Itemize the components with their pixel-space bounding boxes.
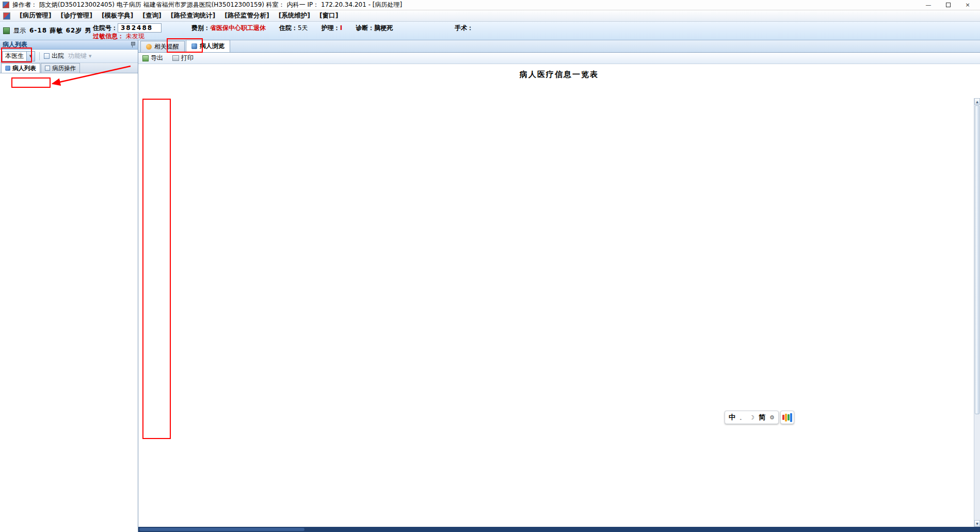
scroll-down-icon[interactable]: ▼ [974,520,980,527]
print-label: 打印 [181,54,194,62]
horizontal-scrollbar[interactable] [138,527,980,532]
sidebar-toolbar: 本医生 ▼ 出院 功能键 ▼ [0,50,138,63]
nursing-label: 护理： [322,24,340,33]
window-title: 操作者： 陈文炳(D350123002405) 电子病历 福建省福州市罗源县医院… [12,1,402,9]
discharge-label: 出院 [52,52,64,60]
reminder-icon [146,44,152,50]
browse-icon [191,43,197,49]
maximize-button[interactable] [938,0,958,10]
menu-app-icon [3,12,10,20]
ime-simplified-icon[interactable]: 简 [759,413,765,422]
print-button[interactable]: 打印 [172,54,194,62]
people-icon [5,66,10,71]
allergy-row: 过敏信息： 未发现 [93,32,144,41]
fee-type-value: 省医保中心职工退休 [210,24,266,33]
vertical-scrollbar[interactable]: ▲ ▼ [974,98,980,527]
main-area: 相关提醒 病人浏览 导出 打印 病人医疗信息一览表 ▲ [138,40,980,532]
stay-label: 住院： [279,24,298,33]
menu-item[interactable]: [系统维护] [279,11,310,20]
current-patient-summary: 6-18 薛敏 62岁 男 [29,26,91,35]
tab-patient-browse[interactable]: 病人浏览 [186,40,230,52]
menu-item[interactable]: [路径监管分析] [224,11,269,20]
patient-infobar: 显示 6-18 薛敏 62岁 男 住院号： 382488 费别： 省医保中心职工… [0,22,980,40]
display-label: 显示 [13,26,26,35]
tab-label: 病历操作 [52,65,76,72]
menu-item[interactable]: [查询] [142,11,161,20]
pin-icon[interactable] [130,42,135,48]
doctor-filter-combobox[interactable]: 本医生 ▼ [2,51,35,61]
main-tabstrip: 相关提醒 病人浏览 [138,40,980,53]
admission-no-label: 住院号： [93,24,118,33]
display-icon [3,27,10,34]
discharge-button[interactable]: 出院 [44,52,64,60]
export-label: 导出 [151,54,163,62]
main-toolbar: 导出 打印 [138,53,980,64]
menu-items: [病历管理][诊疗管理][模板字典][查询][路径查询统计][路径监管分析][系… [20,11,339,20]
menu-item[interactable]: [模板字典] [102,11,133,20]
menu-item[interactable]: [病历管理] [20,11,51,20]
menu-item[interactable]: [诊疗管理] [60,11,92,20]
document-icon [45,66,50,71]
scroll-up-icon[interactable]: ▲ [974,98,980,105]
ime-language-icon[interactable]: 中 [729,413,735,422]
doctor-filter-value: 本医生 [3,52,26,60]
tab-patient-list[interactable]: 病人列表 [1,63,40,73]
color-palette-icon[interactable] [780,411,794,424]
panel-title: 病人列表 [3,40,27,49]
menu-item[interactable]: [窗口] [319,11,338,20]
allergy-label: 过敏信息： [93,33,124,40]
sidebar-tabstrip: 病人列表 病历操作 [0,63,138,73]
menu-item[interactable]: [路径查询统计] [171,11,215,20]
close-button[interactable]: × [958,0,977,10]
export-button[interactable]: 导出 [142,54,163,62]
fee-type-label: 费别： [191,24,210,33]
patient-fields-row: 住院号： 382488 费别： 省医保中心职工退休 住院： 5天 护理： I 诊… [93,23,473,33]
ime-toolbar: 中 。 ☽ 简 ⚙ [725,411,794,424]
patient-list-panel: 病人列表 本医生 ▼ 出院 功能键 ▼ 病人列表 [0,40,138,532]
diagnosis-value: 脑梗死 [374,24,393,33]
ime-punctuation-icon[interactable]: 。 [740,414,745,421]
menubar: [病历管理][诊疗管理][模板字典][查询][路径查询统计][路径监管分析][系… [0,10,980,22]
stay-value: 5天 [298,24,308,33]
maximize-icon [946,3,951,7]
function-keys-label: 功能键 [68,52,87,60]
nursing-value: I [340,24,342,32]
minimize-button[interactable]: — [919,0,938,10]
function-keys-button[interactable]: 功能键 ▼ [68,52,91,60]
app-window: 操作者： 陈文炳(D350123002405) 电子病历 福建省福州市罗源县医院… [0,0,980,532]
scrollbar-thumb[interactable] [975,105,979,414]
discharge-icon [44,53,50,59]
scrollbar-thumb[interactable] [139,528,304,531]
chevron-down-icon: ▼ [89,54,91,58]
report-title: 病人医疗信息一览表 [138,70,980,80]
tab-label: 病人浏览 [200,42,224,51]
report-content: 病人医疗信息一览表 ▲ ▼ [138,64,980,532]
tab-label: 病人列表 [12,65,36,72]
diagnosis-label: 诊断： [356,24,374,33]
patient-tree [0,73,138,532]
tab-related-reminders[interactable]: 相关提醒 [140,41,185,52]
export-icon [142,55,149,61]
patient-list-header: 病人列表 [0,40,138,50]
grid-wrap [142,98,974,527]
admission-no-value: 382488 [118,23,162,33]
moon-icon[interactable]: ☽ [749,414,754,421]
app-icon [3,2,9,8]
chevron-down-icon[interactable]: ▼ [26,52,35,61]
titlebar: 操作者： 陈文炳(D350123002405) 电子病历 福建省福州市罗源县医院… [0,0,980,10]
toolbar-separator [39,52,40,60]
current-patient-block: 显示 6-18 薛敏 62岁 男 [3,22,91,40]
print-icon [172,55,179,61]
tab-label: 相关提醒 [154,42,179,51]
window-controls: — × [919,0,977,10]
surgery-label: 手术： [455,24,473,33]
ime-box[interactable]: 中 。 ☽ 简 ⚙ [725,411,779,424]
allergy-value: 未发现 [126,33,144,40]
gear-icon[interactable]: ⚙ [769,414,775,421]
tab-record-operations[interactable]: 病历操作 [41,63,80,73]
